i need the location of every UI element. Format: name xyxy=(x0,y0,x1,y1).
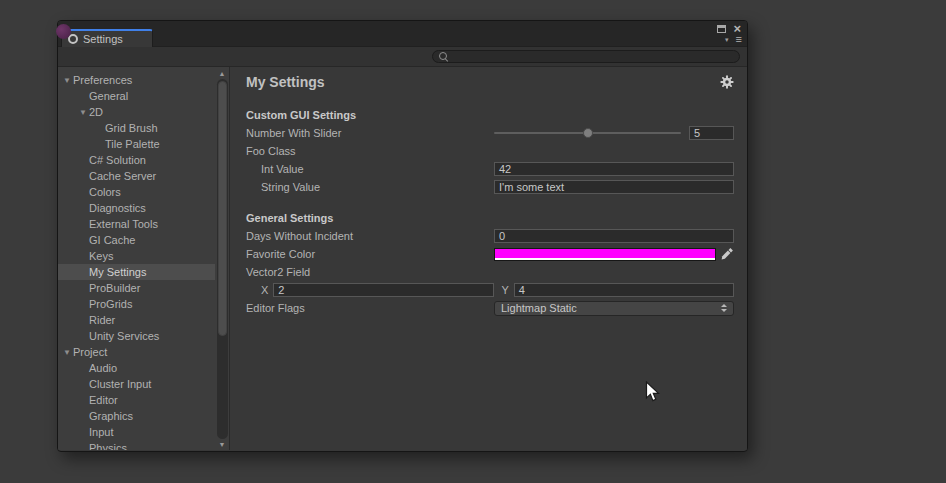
hamburger-menu-icon: ≡ xyxy=(736,35,741,44)
sidebar-item-label: Preferences xyxy=(73,74,132,86)
sidebar-item-label: Keys xyxy=(89,250,113,262)
sidebar-item-tile-palette[interactable]: Tile Palette xyxy=(58,136,215,152)
dropdown-arrows-icon xyxy=(721,304,727,312)
int-value-input[interactable]: 42 xyxy=(494,162,734,176)
field-row-vector2: Vector2 Field xyxy=(246,264,734,280)
color-swatch-fill xyxy=(495,249,715,258)
sidebar-item-2d[interactable]: ▼2D xyxy=(58,104,215,120)
sidebar-item-label: Colors xyxy=(89,186,121,198)
gear-icon[interactable] xyxy=(720,75,734,89)
field-label: Int Value xyxy=(246,163,494,175)
sidebar-item-label: Grid Brush xyxy=(105,122,158,134)
eyedropper-icon[interactable] xyxy=(720,247,734,261)
titlebar: Settings × ▾ ≡ xyxy=(58,21,747,47)
sidebar: ▼Preferences General ▼2D Grid Brush Tile… xyxy=(58,67,215,450)
maximize-icon[interactable] xyxy=(717,25,726,33)
sidebar-item-editor[interactable]: Editor xyxy=(58,392,215,408)
sidebar-item-label: My Settings xyxy=(89,266,146,278)
vector2-x-input[interactable]: 2 xyxy=(273,283,493,297)
field-row-string-value: String Value I'm some text xyxy=(246,179,734,195)
sidebar-item-input[interactable]: Input xyxy=(58,424,215,440)
scrollbar-thumb[interactable] xyxy=(218,81,227,336)
sidebar-item-probuilder[interactable]: ProBuilder xyxy=(58,280,215,296)
settings-panel: My Settings xyxy=(230,67,747,450)
sidebar-item-label: ProGrids xyxy=(89,298,132,310)
search-input[interactable] xyxy=(432,50,740,63)
x-axis-label: X xyxy=(261,284,273,296)
sidebar-item-label: Diagnostics xyxy=(89,202,146,214)
window-controls: × ▾ ≡ xyxy=(717,24,741,44)
sidebar-item-label: Cluster Input xyxy=(89,378,151,390)
sidebar-item-diagnostics[interactable]: Diagnostics xyxy=(58,200,215,216)
sidebar-item-cache-server[interactable]: Cache Server xyxy=(58,168,215,184)
search-icon xyxy=(439,52,449,62)
section-header-general: General Settings xyxy=(246,212,734,226)
scroll-down-icon[interactable]: ▼ xyxy=(219,440,226,449)
field-label: Favorite Color xyxy=(246,248,494,260)
field-row-editor-flags: Editor Flags Lightmap Static xyxy=(246,300,734,316)
field-label: Days Without Incident xyxy=(246,230,494,242)
field-label: String Value xyxy=(246,181,494,193)
sidebar-item-project[interactable]: ▼Project xyxy=(58,344,215,360)
number-slider[interactable] xyxy=(494,126,681,140)
sidebar-item-label: Unity Services xyxy=(89,330,159,342)
sidebar-item-label: Input xyxy=(89,426,113,438)
field-row-foo-class: Foo Class xyxy=(246,143,734,159)
sidebar-item-keys[interactable]: Keys xyxy=(58,248,215,264)
sidebar-item-general[interactable]: General xyxy=(58,88,215,104)
sidebar-item-rider[interactable]: Rider xyxy=(58,312,215,328)
sidebar-item-cluster-input[interactable]: Cluster Input xyxy=(58,376,215,392)
sidebar-item-label: Graphics xyxy=(89,410,133,422)
sidebar-item-progrids[interactable]: ProGrids xyxy=(58,296,215,312)
vector2-y-input[interactable]: 4 xyxy=(514,283,734,297)
field-label: Editor Flags xyxy=(246,302,494,314)
sidebar-item-colors[interactable]: Colors xyxy=(58,184,215,200)
slider-handle[interactable] xyxy=(583,128,593,138)
section-header-custom-gui: Custom GUI Settings xyxy=(246,109,734,123)
tab-settings[interactable]: Settings xyxy=(61,29,153,47)
content-area: ▼Preferences General ▼2D Grid Brush Tile… xyxy=(58,67,747,450)
sidebar-item-label: ProBuilder xyxy=(89,282,140,294)
sidebar-item-csharp-solution[interactable]: C# Solution xyxy=(58,152,215,168)
sidebar-item-graphics[interactable]: Graphics xyxy=(58,408,215,424)
expander-icon[interactable]: ▼ xyxy=(63,76,73,85)
purple-dot xyxy=(56,24,71,39)
sidebar-item-label: External Tools xyxy=(89,218,158,230)
dropdown-value: Lightmap Static xyxy=(501,302,577,314)
sidebar-item-audio[interactable]: Audio xyxy=(58,360,215,376)
field-row-favorite-color: Favorite Color xyxy=(246,246,734,262)
sidebar-item-preferences[interactable]: ▼Preferences xyxy=(58,72,215,88)
sidebar-item-label: General xyxy=(89,90,128,102)
sidebar-item-gi-cache[interactable]: GI Cache xyxy=(58,232,215,248)
sidebar-item-grid-brush[interactable]: Grid Brush xyxy=(58,120,215,136)
color-swatch[interactable] xyxy=(494,248,716,261)
y-axis-label: Y xyxy=(502,284,514,296)
sidebar-item-my-settings[interactable]: My Settings xyxy=(58,264,215,280)
field-row-int-value: Int Value 42 xyxy=(246,161,734,177)
sidebar-item-label: 2D xyxy=(89,106,103,118)
field-row-vector2-xy: X 2 Y 4 xyxy=(246,282,734,298)
field-row-number-with-slider: Number With Slider 5 xyxy=(246,125,734,141)
sidebar-item-label: Cache Server xyxy=(89,170,156,182)
sidebar-item-label: Rider xyxy=(89,314,115,326)
field-label: Foo Class xyxy=(246,145,494,157)
window-menu-button[interactable]: ▾ ≡ xyxy=(725,35,741,44)
sidebar-item-label: Physics xyxy=(89,442,127,450)
sidebar-scrollbar[interactable]: ▲ ▼ xyxy=(215,67,230,450)
scroll-up-icon[interactable]: ▲ xyxy=(219,69,226,78)
expander-icon[interactable]: ▼ xyxy=(63,348,73,357)
days-input[interactable]: 0 xyxy=(494,229,734,243)
tab-label: Settings xyxy=(83,33,123,45)
field-row-days: Days Without Incident 0 xyxy=(246,228,734,244)
slider-value-input[interactable]: 5 xyxy=(689,126,734,140)
editor-flags-dropdown[interactable]: Lightmap Static xyxy=(494,301,734,316)
expander-icon[interactable]: ▼ xyxy=(79,108,89,117)
string-value-input[interactable]: I'm some text xyxy=(494,180,734,194)
sidebar-item-external-tools[interactable]: External Tools xyxy=(58,216,215,232)
sidebar-item-unity-services[interactable]: Unity Services xyxy=(58,328,215,344)
desktop-background: Settings × ▾ ≡ ▼Pref xyxy=(0,0,946,483)
sidebar-item-label: Project xyxy=(73,346,107,358)
page-title: My Settings xyxy=(246,74,325,90)
sidebar-item-physics[interactable]: Physics xyxy=(58,440,215,450)
scrollbar-track[interactable] xyxy=(217,79,228,439)
